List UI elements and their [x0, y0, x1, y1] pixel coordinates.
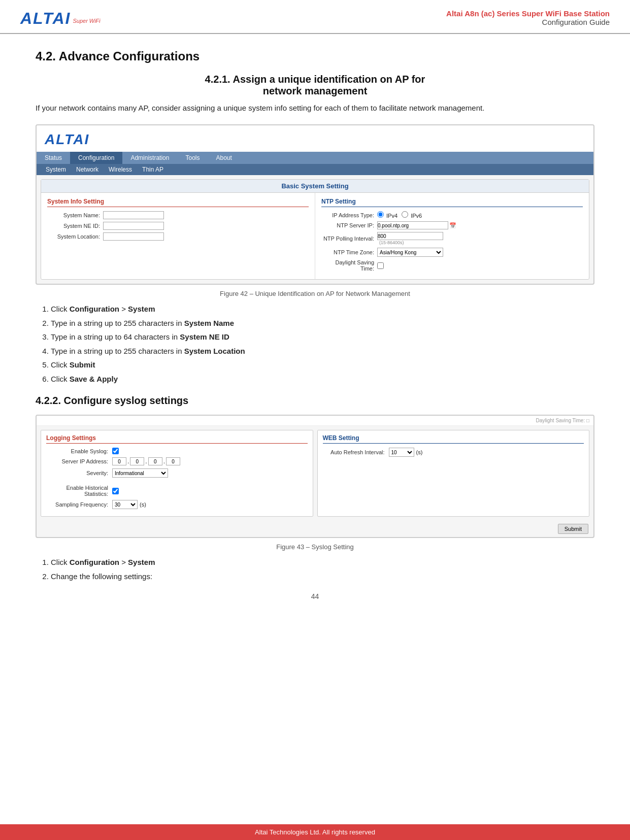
step422-1-bold2: System [128, 558, 155, 566]
ui2-panel-body: Logging Settings Enable Syslog: Server I… [37, 426, 593, 521]
subnav-wireless[interactable]: Wireless [104, 165, 137, 174]
field-ntp-polling: NTP Polling Interval: (15-86400s) [321, 232, 583, 245]
submit-row: Submit [37, 521, 593, 537]
enable-syslog-checkbox[interactable] [112, 448, 119, 454]
system-name-input[interactable] [103, 211, 164, 219]
ip-octet-4[interactable] [166, 457, 180, 465]
steps-421: Click Configuration > System Type in a s… [51, 304, 594, 385]
step4-bold: System Location [184, 347, 245, 355]
field-system-location: System Location: [47, 232, 309, 241]
ip-octet-3[interactable] [148, 457, 162, 465]
ui-screenshot-1: ALTAI Status Configuration Administratio… [36, 124, 594, 285]
field-hist-stats: Enable Historical Statistics: [46, 485, 308, 497]
ipv6-radio[interactable] [402, 211, 408, 218]
ipv6-radio-label[interactable]: IPv6 [402, 211, 422, 219]
header-product-info: Altai A8n (ac) Series Super WiFi Base St… [446, 9, 610, 26]
system-name-label: System Name: [47, 212, 103, 218]
step-2: Type in a string up to 255 characters in… [51, 318, 594, 329]
guide-name: Configuration Guide [446, 18, 610, 26]
ip-octet-1[interactable] [112, 457, 126, 465]
step2-bold: System Name [184, 319, 234, 327]
ip-type-label: IP Address Type: [321, 212, 377, 218]
section-421-intro: If your network contains many AP, consid… [36, 102, 594, 114]
subnav-network[interactable]: Network [71, 165, 104, 174]
system-info-title: System Info Setting [47, 198, 309, 207]
step5-bold: Submit [70, 360, 95, 369]
subnav-system[interactable]: System [41, 165, 71, 174]
field-enable-syslog: Enable Syslog: [46, 448, 308, 454]
ntp-polling-input[interactable] [377, 232, 443, 240]
submit-button[interactable]: Submit [558, 524, 588, 534]
field-auto-refresh: Auto Refresh Interval: 10 (s) [323, 448, 584, 457]
field-severity: Severity: Informational [46, 468, 308, 478]
ntp-timezone-select[interactable]: Asia/Hong Kong [377, 248, 443, 257]
page-header: ALTAI Super WiFi Altai A8n (ac) Series S… [0, 0, 630, 34]
logging-title: Logging Settings [46, 434, 308, 444]
fade-text: Daylight Saving Time: □ [536, 418, 589, 423]
ntp-section: NTP Setting IP Address Type: IPv4 IPv6 N… [315, 193, 589, 279]
auto-refresh-select[interactable]: 10 [389, 448, 414, 457]
step6-bold: Save & Apply [70, 375, 118, 383]
auto-refresh-label: Auto Refresh Interval: [323, 449, 389, 455]
web-title: WEB Setting [323, 434, 584, 444]
page-footer: Altai Technologies Ltd. All rights reser… [0, 824, 630, 840]
ip-octet-2[interactable] [130, 457, 144, 465]
field-ntp-server: NTP Server IP: 📅 [321, 221, 583, 229]
ip-dot-1: . [127, 458, 129, 465]
polling-note: (15-86400s) [379, 240, 443, 245]
severity-label: Severity: [46, 470, 112, 476]
ui2-fade-top: Daylight Saving Time: □ [37, 416, 593, 426]
system-neid-input[interactable] [103, 222, 164, 230]
ui-navbar[interactable]: Status Configuration Administration Tool… [37, 152, 593, 164]
dst-label: Daylight Saving Time: [321, 259, 377, 272]
ui-logo: ALTAI [45, 131, 89, 147]
nav-configuration[interactable]: Configuration [70, 152, 122, 164]
ntp-polling-label: NTP Polling Interval: [321, 236, 377, 242]
dst-checkbox[interactable] [377, 262, 384, 269]
ntp-title: NTP Setting [321, 198, 583, 207]
figure42-caption: Figure 42 – Unique Identification on AP … [36, 290, 594, 297]
step-1: Click Configuration > System [51, 304, 594, 315]
ntp-server-icon: 📅 [449, 222, 456, 229]
step-3: Type in a string up to 64 characters in … [51, 331, 594, 343]
field-ip-type: IP Address Type: IPv4 IPv6 [321, 211, 583, 219]
field-server-ip: Server IP Address: . . . [46, 457, 308, 465]
ui-subnav[interactable]: System Network Wireless Thin AP [37, 164, 593, 175]
field-dst: Daylight Saving Time: [321, 259, 583, 272]
step-5: Click Submit [51, 359, 594, 371]
hist-stats-label: Enable Historical Statistics: [46, 485, 112, 497]
nav-tools[interactable]: Tools [177, 152, 208, 164]
footer-text: Altai Technologies Ltd. All rights reser… [255, 828, 375, 836]
ip-type-radios: IPv4 IPv6 [377, 211, 422, 219]
nav-administration[interactable]: Administration [122, 152, 177, 164]
ipv4-radio[interactable] [377, 211, 384, 218]
ntp-server-input[interactable] [377, 221, 448, 229]
ntp-server-label: NTP Server IP: [321, 222, 377, 228]
step1-bold1: Configuration [70, 305, 119, 313]
enable-syslog-label: Enable Syslog: [46, 448, 112, 454]
nav-about[interactable]: About [208, 152, 240, 164]
system-neid-label: System NE ID: [47, 223, 103, 229]
logo-area: ALTAI Super WiFi [20, 9, 101, 28]
panel-body: System Info Setting System Name: System … [41, 193, 589, 279]
hist-stats-checkbox[interactable] [112, 488, 119, 494]
severity-select[interactable]: Informational [112, 468, 168, 478]
system-location-input[interactable] [103, 232, 164, 241]
subnav-thinap[interactable]: Thin AP [137, 165, 169, 174]
product-name: Altai A8n (ac) Series Super WiFi Base St… [446, 9, 610, 18]
step422-1-bold1: Configuration [70, 558, 119, 566]
step-422-1: Click Configuration > System [51, 557, 594, 568]
ipv4-radio-label[interactable]: IPv4 [377, 211, 397, 219]
figure43-caption: Figure 43 – Syslog Setting [36, 543, 594, 551]
field-system-name: System Name: [47, 211, 309, 219]
logging-section: Logging Settings Enable Syslog: Server I… [41, 430, 313, 517]
ui-logo-bar: ALTAI [37, 125, 593, 152]
sampling-label: Sampling Frequency: [46, 501, 112, 508]
main-content: 4.2. Advance Configurations 4.2.1. Assig… [0, 34, 630, 636]
logo-superwifi: Super WiFi [73, 18, 100, 24]
section-421-title: 4.2.1. Assign a unique identification on… [36, 74, 594, 97]
sampling-select[interactable]: 30 [112, 500, 138, 509]
section-422-title: 4.2.2. Configure syslog settings [36, 395, 594, 407]
step-6: Click Save & Apply [51, 374, 594, 385]
nav-status[interactable]: Status [37, 152, 70, 164]
